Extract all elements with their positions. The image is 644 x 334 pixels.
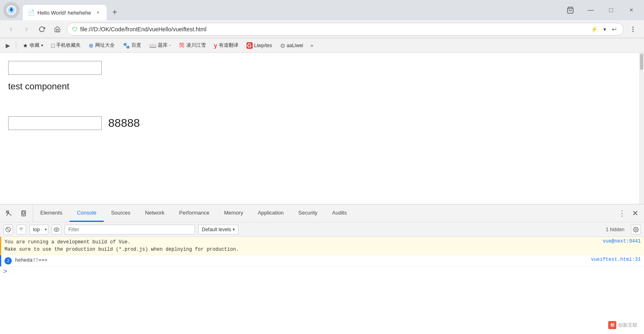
- scrollbar-track[interactable]: [639, 53, 644, 204]
- collect-dropdown-icon: ▾: [41, 43, 43, 48]
- bookmark-youdao-label: 有道翻译: [219, 42, 238, 49]
- tab-audits[interactable]: Audits: [325, 204, 354, 222]
- restore-button[interactable]: □: [602, 3, 620, 17]
- bookmark-youdao[interactable]: y 有道翻译: [211, 41, 242, 50]
- console-toolbar: top ▾ Default levels ▾ 1 hidden: [0, 222, 644, 237]
- bookmark-mobile[interactable]: □ 手机收藏夹: [48, 41, 84, 50]
- scrollbar-thumb[interactable]: [640, 54, 643, 70]
- new-tab-button[interactable]: +: [108, 6, 121, 19]
- bookmark-aaliwei-label: aaLiwei: [287, 43, 303, 48]
- window-controls: — □ ×: [561, 3, 641, 17]
- devtools-tabs-bar: Elements Console Sources Network Perform…: [0, 204, 644, 222]
- page-input-2[interactable]: [8, 116, 102, 130]
- tab-performance[interactable]: Performance: [172, 204, 216, 222]
- security-icon: 🛡: [72, 26, 78, 33]
- tabs-area: 📄 Hello World! hehehehe × +: [23, 0, 554, 20]
- tab-memory[interactable]: Memory: [217, 204, 251, 222]
- github-icon: ⊙: [280, 42, 285, 49]
- default-levels-button[interactable]: Default levels ▾: [198, 225, 238, 234]
- address-bar-container: 🛡 ⚡ ▾ ↩: [67, 23, 624, 36]
- devtools-panel: Elements Console Sources Network Perform…: [0, 204, 644, 334]
- title-bar: 📄 Hello World! hehehehe × + — □ ×: [0, 0, 644, 20]
- svg-point-16: [56, 229, 57, 230]
- console-prompt-arrow: >: [3, 268, 7, 275]
- page-test-component-text: test component: [8, 81, 636, 92]
- console-message-vue-link[interactable]: vue@next:9441: [603, 239, 641, 244]
- youdao-icon: y: [214, 42, 217, 49]
- bookmarks-divider: [16, 41, 16, 50]
- devtools-close-button[interactable]: ✕: [629, 208, 641, 219]
- bookmark-tiku[interactable]: 📖 题库 -: [146, 41, 174, 50]
- tiku-icon: 📖: [149, 42, 156, 49]
- filter-input[interactable]: [68, 227, 191, 232]
- svg-point-2: [10, 9, 13, 11]
- filter-input-container: [65, 225, 195, 234]
- bookmark-lingchuan[interactable]: 简 凌川江雪: [176, 41, 209, 50]
- globe-icon: ⊕: [89, 42, 94, 49]
- lingchuan-icon: 简: [179, 42, 185, 49]
- address-dropdown-icon[interactable]: ▾: [602, 25, 608, 33]
- tab-elements[interactable]: Elements: [33, 204, 70, 222]
- console-output: You are running a development build of V…: [0, 237, 644, 334]
- more-menu-button[interactable]: [627, 23, 639, 35]
- minimize-button[interactable]: —: [581, 3, 600, 17]
- sidebar-toggle-icon[interactable]: ▶: [3, 41, 13, 50]
- toolbar: 🛡 ⚡ ▾ ↩: [0, 20, 644, 38]
- console-settings-button[interactable]: [631, 225, 641, 234]
- bookmark-liwp-label: Liwp/tes: [254, 43, 272, 48]
- bookmark-aaliwei[interactable]: ⊙ aaLiwei: [277, 41, 307, 50]
- svg-point-6: [633, 31, 633, 32]
- address-input[interactable]: [80, 26, 587, 33]
- close-button[interactable]: ×: [622, 3, 641, 17]
- bookmark-liwp[interactable]: G Liwp/tes: [243, 41, 275, 50]
- bookmark-tiku-label: 题库 -: [158, 42, 170, 49]
- back-button[interactable]: [5, 23, 17, 35]
- tab-security[interactable]: Security: [291, 204, 325, 222]
- home-button[interactable]: [51, 23, 63, 35]
- svg-line-12: [7, 228, 10, 231]
- console-clear-button[interactable]: [3, 225, 13, 234]
- active-tab[interactable]: 📄 Hello World! hehehehe ×: [23, 5, 107, 20]
- page-input-1[interactable]: [8, 61, 102, 75]
- bookmark-baidu-label: 百度: [131, 42, 141, 49]
- hidden-count-label: 1 hidden: [606, 227, 624, 232]
- console-message-heheda-link[interactable]: vueiftest.html:31: [591, 257, 641, 262]
- browser-window: 📄 Hello World! hehehehe × + — □ ×: [0, 0, 644, 334]
- page-content: test component 88888: [0, 53, 644, 204]
- bottom-branding: 创 创新互联: [608, 321, 637, 329]
- page-number-value: 88888: [108, 117, 140, 130]
- tab-application[interactable]: Application: [251, 204, 291, 222]
- tab-close-button[interactable]: ×: [94, 9, 102, 16]
- bookmark-urls[interactable]: ⊕ 网址大全: [85, 41, 118, 50]
- levels-arrow-icon: ▾: [233, 227, 235, 232]
- console-message-vue-warning: You are running a development build of V…: [0, 237, 644, 255]
- console-message-heheda: 2 heheda!!=== vueiftest.html:31: [0, 255, 644, 267]
- console-context-select[interactable]: top: [29, 225, 48, 234]
- devtools-more-button[interactable]: ⋮: [616, 208, 628, 219]
- bookmark-star-icon[interactable]: ↩: [610, 25, 618, 33]
- bookmark-collect[interactable]: ★ 收藏 ▾: [20, 41, 46, 50]
- star-icon: ★: [23, 42, 28, 49]
- reload-button[interactable]: [36, 23, 48, 35]
- baidu-icon: 🐾: [123, 42, 130, 49]
- bookmarks-more-button[interactable]: »: [308, 41, 316, 50]
- page-area: test component 88888: [0, 53, 644, 334]
- console-filter-icon[interactable]: [16, 225, 26, 234]
- bookmark-baidu[interactable]: 🐾 百度: [120, 41, 144, 50]
- bookmark-mobile-label: 手机收藏夹: [56, 42, 81, 49]
- mobile-icon: □: [51, 42, 55, 49]
- forward-button[interactable]: [20, 23, 33, 35]
- tab-console[interactable]: Console: [70, 204, 104, 222]
- console-context-selector[interactable]: top ▾: [29, 225, 48, 234]
- bookmark-urls-label: 网址大全: [95, 42, 115, 49]
- devtools-device-icon[interactable]: [18, 208, 29, 219]
- liwp-icon: G: [247, 42, 253, 49]
- console-message-badge: 2: [4, 257, 12, 265]
- brand-text: 创新互联: [618, 322, 637, 329]
- devtools-inspect-icon[interactable]: [3, 208, 15, 219]
- eye-icon-button[interactable]: [52, 225, 61, 234]
- lightning-icon[interactable]: ⚡: [589, 25, 599, 33]
- shopping-icon[interactable]: [561, 3, 580, 17]
- tab-sources[interactable]: Sources: [104, 204, 138, 222]
- tab-network[interactable]: Network: [138, 204, 172, 222]
